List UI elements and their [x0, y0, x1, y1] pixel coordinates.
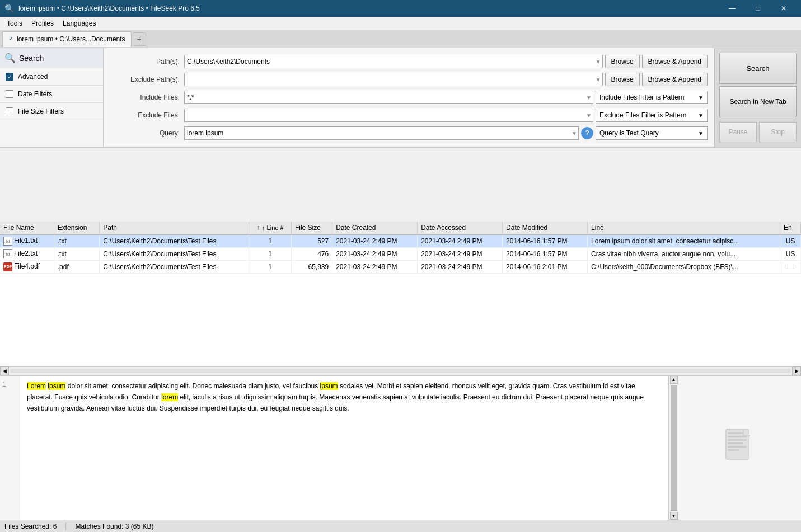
exclude-files-input[interactable]: [187, 111, 591, 119]
tab-label: lorem ipsum • C:\Users...Documents: [17, 35, 125, 43]
cell-ext: .pdf: [54, 261, 100, 274]
col-date-created[interactable]: Date Created: [332, 222, 418, 234]
svg-rect-6: [728, 449, 739, 451]
search-button[interactable]: Search: [719, 53, 797, 84]
app-icon: 🔍: [4, 4, 14, 13]
exclude-browse-button[interactable]: Browse: [605, 73, 640, 86]
cell-date-accessed: 2021-03-24 2:49 PM: [418, 234, 503, 248]
exclude-filter-label: Exclude Files Filter is Pattern: [599, 111, 686, 119]
sidebar-item-file-size-filters[interactable]: File Size Filters: [0, 103, 103, 120]
svg-rect-5: [728, 446, 747, 448]
status-separator: [65, 522, 66, 530]
doc-placeholder-icon: [723, 428, 757, 467]
sidebar-item-advanced[interactable]: ✓ Advanced: [0, 68, 103, 86]
preview-text-2: dolor sit amet, consectetur adipiscing e…: [65, 382, 320, 390]
preview-vertical-scrollbar[interactable]: ▲ ▼: [669, 376, 678, 520]
content-area: File Name Extension Path ↑ ↑ Line # File: [0, 222, 801, 520]
include-filter-dropdown[interactable]: Include Files Filter is Pattern ▼: [596, 91, 708, 104]
scroll-down-btn[interactable]: ▼: [670, 512, 678, 520]
file-size-filters-checkbox[interactable]: [6, 107, 13, 115]
col-path[interactable]: Path: [100, 222, 249, 234]
cell-encoding: US: [780, 248, 801, 261]
tab-active[interactable]: ✓ lorem ipsum • C:\Users...Documents: [2, 31, 132, 47]
col-extension[interactable]: Extension: [54, 222, 100, 234]
window-title: lorem ipsum • C:\Users\Keith2\Documents …: [18, 4, 200, 12]
scroll-thumb-v[interactable]: [671, 385, 677, 511]
sidebar-search-header: 🔍 Search: [0, 48, 103, 68]
include-filter-arrow: ▼: [698, 95, 704, 101]
exclude-paths-label: Exclude Path(s):: [113, 76, 180, 83]
table-header-row: File Name Extension Path ↑ ↑ Line # File: [0, 222, 801, 234]
minimize-button[interactable]: —: [719, 0, 745, 17]
exclude-files-row: Exclude Files: ▼ Exclude Files Filter is…: [113, 109, 708, 122]
preview-pane: 1 Lorem ipsum dolor sit amet, consectetu…: [0, 375, 801, 520]
cell-date-modified: 2014-06-16 2:01 PM: [503, 261, 588, 274]
titlebar: 🔍 lorem ipsum • C:\Users\Keith2\Document…: [0, 0, 801, 17]
statusbar: Files Searched: 6 Matches Found: 3 (65 K…: [0, 520, 801, 532]
menu-profiles[interactable]: Profiles: [27, 18, 58, 29]
query-label: Query:: [113, 129, 180, 137]
close-button[interactable]: ✕: [771, 0, 797, 17]
exclude-files-label: Exclude Files:: [113, 111, 180, 119]
paths-label: Path(s):: [113, 58, 180, 65]
menu-languages[interactable]: Languages: [58, 18, 100, 29]
col-date-modified[interactable]: Date Modified: [503, 222, 588, 234]
preview-text[interactable]: Lorem ipsum dolor sit amet, consectetur …: [20, 376, 669, 520]
svg-rect-3: [728, 439, 747, 441]
cell-line: 1: [249, 234, 292, 248]
add-tab-button[interactable]: +: [133, 32, 146, 46]
col-encoding[interactable]: En: [780, 222, 801, 234]
search-new-tab-button[interactable]: Search In New Tab: [719, 86, 797, 117]
table-row[interactable]: PDFFile4.pdf.pdfC:\Users\Keith2\Document…: [0, 261, 801, 274]
include-files-input[interactable]: [187, 93, 591, 101]
cell-date-modified: 2014-06-16 1:57 PM: [503, 234, 588, 248]
sidebar-item-date-filters[interactable]: Date Filters: [0, 86, 103, 103]
cell-ext: .txt: [54, 248, 100, 261]
scroll-right-btn[interactable]: ▶: [792, 366, 801, 375]
cell-date-created: 2021-03-24 2:49 PM: [332, 248, 418, 261]
cell-filename: PDFFile4.pdf: [0, 261, 54, 274]
horizontal-scrollbar[interactable]: ◀ ▶: [0, 366, 801, 375]
query-info-button[interactable]: ?: [581, 127, 593, 139]
col-date-accessed[interactable]: Date Accessed: [418, 222, 503, 234]
cell-filename: txtFile2.txt: [0, 248, 54, 261]
menu-tools[interactable]: Tools: [2, 18, 27, 29]
browse-button[interactable]: Browse: [605, 55, 640, 68]
tab-check-icon: ✓: [8, 35, 13, 43]
exclude-paths-input[interactable]: [187, 76, 600, 83]
exclude-filter-dropdown[interactable]: Exclude Files Filter is Pattern ▼: [596, 109, 708, 122]
results-table-container[interactable]: File Name Extension Path ↑ ↑ Line # File: [0, 222, 801, 366]
browse-append-button[interactable]: Browse & Append: [642, 55, 708, 68]
sidebar: 🔍 Search ✓ Advanced Date Filters File Si…: [0, 48, 104, 147]
col-filesize[interactable]: File Size: [291, 222, 332, 234]
scroll-left-btn[interactable]: ◀: [0, 366, 9, 375]
table-row[interactable]: txtFile2.txt.txtC:\Users\Keith2\Document…: [0, 248, 801, 261]
cell-date-accessed: 2021-03-24 2:49 PM: [418, 248, 503, 261]
cell-line-content: Lorem ipsum dolor sit amet, consectetur …: [588, 234, 780, 248]
paths-input[interactable]: [187, 58, 600, 65]
cell-encoding: US: [780, 234, 801, 248]
cell-encoding: —: [780, 261, 801, 274]
exclude-browse-append-button[interactable]: Browse & Append: [642, 73, 708, 86]
window-controls: — □ ✕: [719, 0, 797, 17]
top-section: 🔍 Search ✓ Advanced Date Filters File Si…: [0, 48, 801, 148]
maximize-button[interactable]: □: [745, 0, 771, 17]
matches-found-status: Matches Found: 3 (65 KB): [75, 522, 153, 530]
advanced-checkbox[interactable]: ✓: [6, 73, 13, 81]
preview-highlight-2: ipsum: [48, 382, 65, 390]
search-icon: 🔍: [4, 53, 16, 63]
query-type-dropdown[interactable]: Query is Text Query ▼: [596, 126, 708, 140]
pause-button[interactable]: Pause: [719, 122, 757, 142]
table-row[interactable]: txtFile1.txt.txtC:\Users\Keith2\Document…: [0, 234, 801, 248]
preview-line-number: 1: [2, 380, 6, 388]
col-line[interactable]: ↑ ↑ Line #: [249, 222, 292, 234]
query-input[interactable]: [187, 129, 576, 137]
cell-ext: .txt: [54, 234, 100, 248]
paths-row: Path(s): ▼ Browse Browse & Append: [113, 55, 708, 68]
scroll-up-btn[interactable]: ▲: [670, 376, 678, 384]
col-line-content[interactable]: Line: [588, 222, 780, 234]
preview-empty-panel: [678, 376, 801, 520]
col-filename[interactable]: File Name: [0, 222, 54, 234]
date-filters-checkbox[interactable]: [6, 90, 13, 98]
stop-button[interactable]: Stop: [759, 122, 797, 142]
